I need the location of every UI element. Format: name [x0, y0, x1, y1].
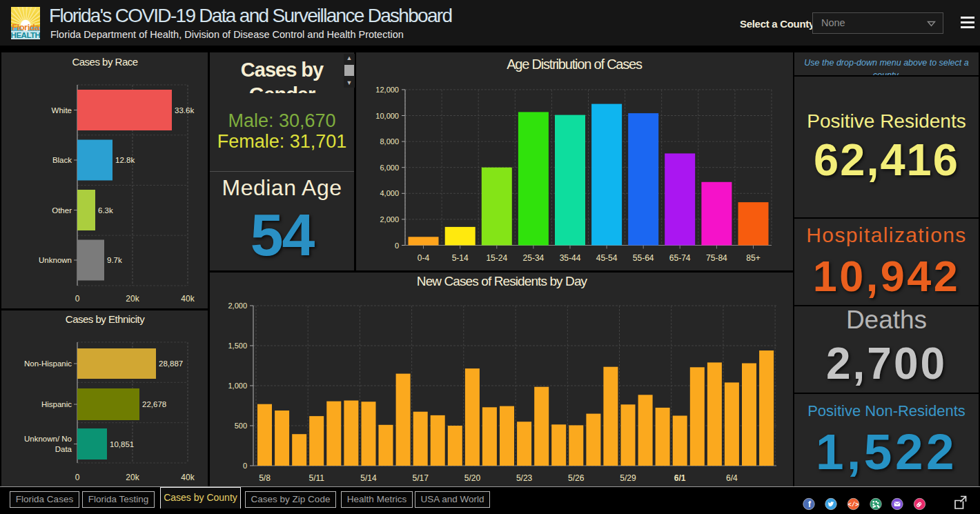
svg-text:28,887: 28,887: [159, 359, 183, 368]
svg-text:Hispanic: Hispanic: [41, 400, 72, 408]
svg-text:20k: 20k: [126, 294, 139, 304]
svg-text:White: White: [52, 106, 72, 115]
svg-text:Unknown/ No: Unknown/ No: [24, 435, 72, 443]
svg-text:35-44: 35-44: [560, 253, 581, 263]
svg-text:8,000: 8,000: [380, 137, 399, 146]
svg-text:</>: </>: [848, 502, 859, 508]
svg-text:5/8: 5/8: [259, 473, 271, 483]
svg-text:10,851: 10,851: [110, 440, 134, 448]
svg-text:9.7k: 9.7k: [107, 256, 122, 264]
svg-text:45-54: 45-54: [596, 253, 618, 263]
svg-text:Unknown: Unknown: [39, 256, 72, 264]
svg-text:5/29: 5/29: [620, 473, 636, 483]
svg-text:85+: 85+: [746, 253, 760, 263]
svg-text:Age Distribution of Cases: Age Distribution of Cases: [507, 57, 643, 72]
svg-text:5/11: 5/11: [308, 473, 324, 483]
svg-text:55-64: 55-64: [633, 253, 654, 263]
svg-text:5/23: 5/23: [516, 473, 533, 483]
svg-text:5-14: 5-14: [452, 253, 469, 263]
svg-text:Data: Data: [55, 445, 72, 453]
svg-text:5/14: 5/14: [360, 473, 377, 483]
svg-text:5/20: 5/20: [464, 473, 481, 483]
svg-text:2,000: 2,000: [380, 215, 399, 224]
svg-text:33.6k: 33.6k: [175, 106, 194, 115]
svg-text:0: 0: [243, 462, 247, 470]
svg-text:2,000: 2,000: [228, 302, 247, 310]
svg-text:40k: 40k: [181, 473, 195, 482]
svg-text:22,678: 22,678: [142, 400, 166, 408]
svg-text:4,000: 4,000: [380, 189, 399, 197]
svg-text:New Cases of Residents by Day: New Cases of Residents by Day: [417, 274, 588, 288]
svg-text:6.3k: 6.3k: [98, 206, 113, 215]
svg-text:12.8k: 12.8k: [115, 156, 135, 164]
svg-text:Cases by Ethnicity: Cases by Ethnicity: [66, 313, 145, 325]
svg-text:0: 0: [395, 241, 399, 250]
svg-text:0: 0: [75, 473, 80, 482]
svg-text:0-4: 0-4: [418, 253, 430, 263]
svg-text:5/17: 5/17: [413, 473, 429, 483]
svg-text:20k: 20k: [126, 473, 139, 482]
svg-text:Other: Other: [52, 206, 72, 215]
svg-text:Black: Black: [52, 156, 72, 164]
svg-text:Non-Hispanic: Non-Hispanic: [24, 359, 72, 368]
svg-text:15-24: 15-24: [486, 253, 507, 263]
svg-text:65-74: 65-74: [669, 253, 691, 263]
svg-text:6,000: 6,000: [380, 164, 399, 172]
svg-text:1,500: 1,500: [228, 342, 247, 350]
svg-text:5/26: 5/26: [568, 473, 585, 483]
svg-text:0: 0: [75, 294, 80, 304]
svg-text:75-84: 75-84: [706, 253, 727, 263]
svg-text:40k: 40k: [181, 294, 195, 304]
svg-text:12,000: 12,000: [375, 86, 399, 94]
svg-text:1,000: 1,000: [228, 382, 247, 390]
svg-text:6/4: 6/4: [726, 473, 738, 483]
svg-text:10,000: 10,000: [375, 112, 399, 120]
svg-text:500: 500: [235, 422, 247, 430]
svg-text:HEALTH: HEALTH: [11, 31, 40, 39]
svg-text:Cases by Race: Cases by Race: [72, 56, 137, 68]
svg-text:25-34: 25-34: [523, 253, 545, 263]
svg-text:6/1: 6/1: [674, 473, 686, 483]
